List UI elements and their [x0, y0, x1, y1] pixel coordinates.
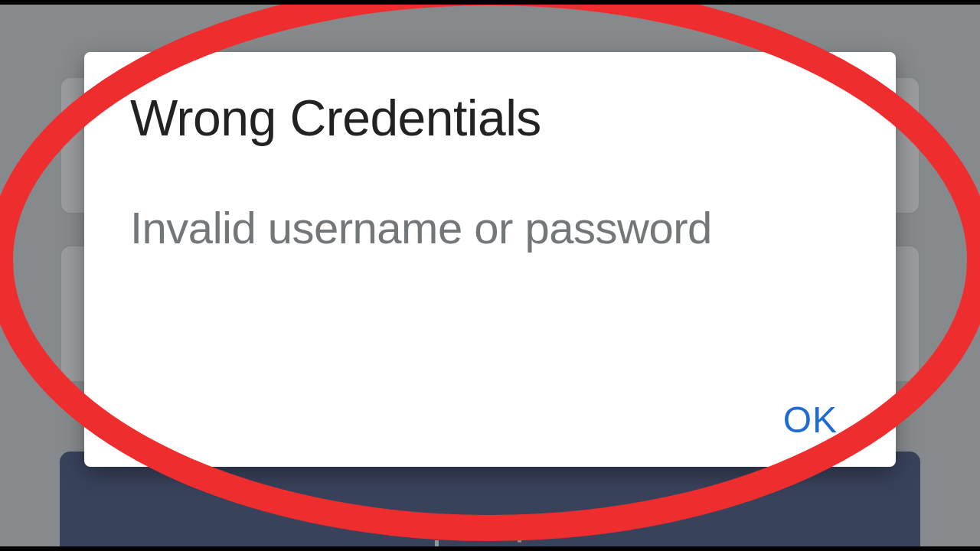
dialog-message: Invalid username or password: [130, 202, 850, 253]
dialog-actions: OK: [130, 394, 850, 445]
ok-button[interactable]: OK: [774, 394, 847, 445]
letterbox-top: [0, 0, 980, 5]
dialog-title: Wrong Credentials: [130, 89, 850, 147]
letterbox-bottom: [0, 546, 980, 551]
error-dialog: Wrong Credentials Invalid username or pa…: [84, 52, 896, 467]
